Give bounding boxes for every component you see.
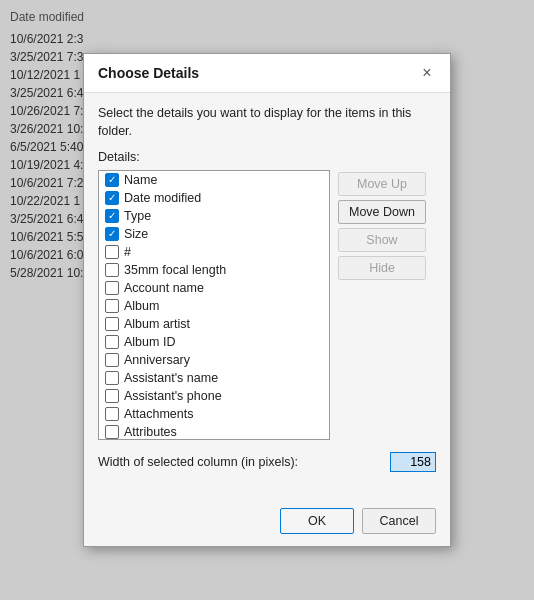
checkbox-icon <box>105 335 119 349</box>
pixel-input[interactable] <box>390 452 436 472</box>
dialog-title: Choose Details <box>98 65 199 81</box>
item-label: Attachments <box>124 407 193 421</box>
dialog-titlebar: Choose Details × <box>84 54 450 93</box>
list-item[interactable]: Type <box>99 207 329 225</box>
list-item[interactable]: Size <box>99 225 329 243</box>
item-label: Date modified <box>124 191 201 205</box>
checkbox-icon <box>105 263 119 277</box>
ok-button[interactable]: OK <box>280 508 354 534</box>
dialog-description: Select the details you want to display f… <box>98 105 436 140</box>
list-item[interactable]: Album artist <box>99 315 329 333</box>
dialog: Choose Details × Select the details you … <box>83 53 451 547</box>
list-item[interactable]: Assistant's phone <box>99 387 329 405</box>
show-button[interactable]: Show <box>338 228 426 252</box>
move-up-button[interactable]: Move Up <box>338 172 426 196</box>
item-label: Type <box>124 209 151 223</box>
list-item[interactable]: Account name <box>99 279 329 297</box>
list-item[interactable]: 35mm focal length <box>99 261 329 279</box>
item-label: Album artist <box>124 317 190 331</box>
list-item[interactable]: Album ID <box>99 333 329 351</box>
checkbox-icon <box>105 209 119 223</box>
checkbox-icon <box>105 245 119 259</box>
list-item[interactable]: Anniversary <box>99 351 329 369</box>
list-item[interactable]: Assistant's name <box>99 369 329 387</box>
item-label: Assistant's phone <box>124 389 222 403</box>
checkbox-icon <box>105 227 119 241</box>
checkbox-icon <box>105 173 119 187</box>
checkbox-icon <box>105 371 119 385</box>
move-down-button[interactable]: Move Down <box>338 200 426 224</box>
cancel-button[interactable]: Cancel <box>362 508 436 534</box>
checkbox-icon <box>105 389 119 403</box>
checkbox-icon <box>105 407 119 421</box>
details-label: Details: <box>98 150 436 164</box>
item-label: Anniversary <box>124 353 190 367</box>
item-label: Assistant's name <box>124 371 218 385</box>
item-label: Attributes <box>124 425 177 439</box>
item-label: Account name <box>124 281 204 295</box>
details-list[interactable]: NameDate modifiedTypeSize#35mm focal len… <box>98 170 330 440</box>
checkbox-icon <box>105 425 119 439</box>
list-item[interactable]: Album <box>99 297 329 315</box>
dialog-body: Select the details you want to display f… <box>84 93 450 500</box>
side-buttons: Move Up Move Down Show Hide <box>338 170 426 440</box>
pixel-label: Width of selected column (in pixels): <box>98 455 298 469</box>
close-button[interactable]: × <box>416 62 438 84</box>
item-label: 35mm focal length <box>124 263 226 277</box>
list-item[interactable]: Date modified <box>99 189 329 207</box>
list-item[interactable]: Name <box>99 171 329 189</box>
item-label: Name <box>124 173 157 187</box>
item-label: Album <box>124 299 159 313</box>
checkbox-icon <box>105 317 119 331</box>
pixel-row: Width of selected column (in pixels): <box>98 452 436 472</box>
list-item[interactable]: # <box>99 243 329 261</box>
details-area: NameDate modifiedTypeSize#35mm focal len… <box>98 170 436 440</box>
checkbox-icon <box>105 299 119 313</box>
item-label: Album ID <box>124 335 175 349</box>
dialog-overlay: Choose Details × Select the details you … <box>0 0 534 600</box>
hide-button[interactable]: Hide <box>338 256 426 280</box>
checkbox-icon <box>105 353 119 367</box>
dialog-footer: OK Cancel <box>84 500 450 546</box>
item-label: # <box>124 245 131 259</box>
list-item[interactable]: Attachments <box>99 405 329 423</box>
checkbox-icon <box>105 281 119 295</box>
item-label: Size <box>124 227 148 241</box>
list-item[interactable]: Attributes <box>99 423 329 440</box>
checkbox-icon <box>105 191 119 205</box>
